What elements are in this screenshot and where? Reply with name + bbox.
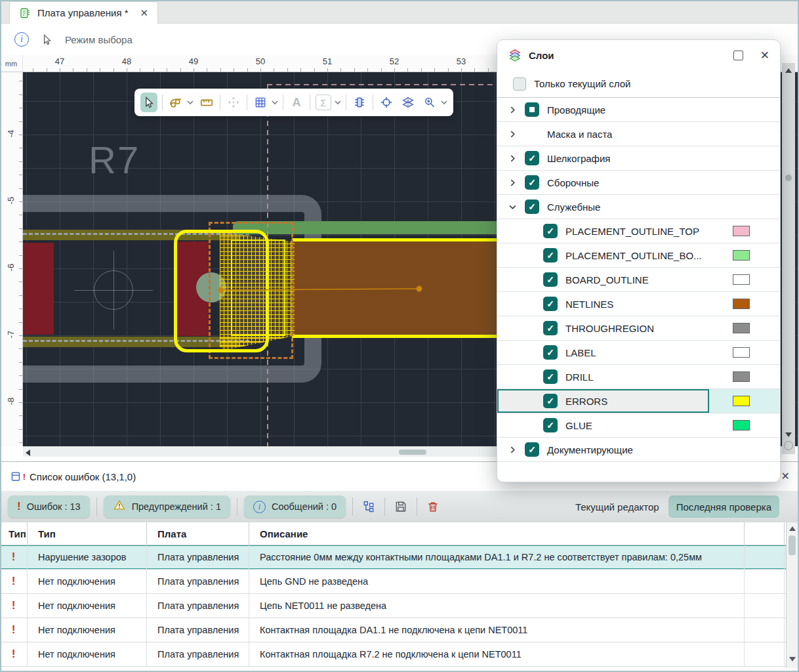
layer-color-swatch[interactable] — [733, 274, 750, 285]
layer-checkbox[interactable]: ✓ — [525, 175, 539, 190]
column-header[interactable] — [745, 522, 785, 545]
only-current-layer-row[interactable]: Только текущий слой — [497, 70, 780, 98]
layer-row[interactable]: ✓PLACEMENT_OUTLINE_TOP — [497, 219, 780, 243]
layer-checkbox[interactable]: ✓ — [543, 394, 558, 408]
route-dropdown-chevron[interactable] — [187, 100, 194, 105]
column-header[interactable]: Плата — [147, 522, 249, 545]
layer-group-row[interactable]: Проводящие — [497, 98, 780, 122]
layer-color-swatch[interactable] — [733, 226, 750, 236]
horizontal-scroll-thumb[interactable] — [399, 450, 426, 455]
column-header[interactable]: Описание — [249, 522, 745, 545]
layer-group-row[interactable]: Маска и паста — [497, 122, 780, 146]
error-table-scrollbar[interactable] — [786, 522, 798, 668]
filter-info-button[interactable]: iСообщений : 0 — [244, 495, 346, 518]
column-header[interactable]: Тип — [28, 522, 147, 545]
layer-group-row[interactable]: ✓Служебные — [497, 195, 780, 219]
error-row[interactable]: !Нарушение зазоровПлата управленияРассто… — [0, 545, 799, 570]
source-current-editor[interactable]: Текущий редактор — [575, 501, 659, 513]
layer-checkbox[interactable]: ✓ — [543, 297, 558, 311]
error-row[interactable]: !Нет подключенияПлата управленияЦепь NET… — [0, 594, 799, 618]
flip-layers-button[interactable] — [400, 93, 417, 112]
close-icon[interactable]: ✕ — [760, 49, 769, 62]
layer-checkbox[interactable]: ✓ — [543, 272, 558, 287]
layer-color-swatch[interactable] — [733, 371, 750, 382]
layer-checkbox[interactable]: ✓ — [543, 369, 558, 384]
layer-color-swatch[interactable] — [733, 347, 750, 358]
error-row[interactable]: !Нет подключенияПлата управленияЦепь GND… — [0, 570, 799, 594]
layer-checkbox[interactable]: ✓ — [543, 345, 558, 360]
scroll-extra-button[interactable] — [784, 441, 793, 450]
chevron-down-icon[interactable] — [508, 203, 517, 211]
chevron-right-icon[interactable] — [508, 155, 517, 162]
layer-row[interactable]: ✓THROUGHREGION — [497, 316, 780, 341]
error-row[interactable]: !Нет подключенияПлата управленияКонтактн… — [0, 642, 799, 667]
scroll-down-icon[interactable] — [789, 657, 796, 662]
error-row[interactable]: !Нет подключенияПлата управленияКонтактн… — [0, 618, 799, 642]
only-current-layer-checkbox[interactable] — [513, 77, 526, 91]
layer-checkbox[interactable]: ✓ — [543, 224, 558, 238]
layer-row[interactable]: ✓ERRORS — [497, 389, 780, 413]
group-tree-button[interactable] — [359, 497, 378, 516]
chevron-right-icon[interactable] — [508, 131, 517, 138]
table-scroll-thumb[interactable] — [789, 536, 796, 555]
zoom-dropdown-chevron[interactable] — [441, 100, 447, 105]
layer-group-row[interactable]: ✓Шелкография — [497, 146, 780, 171]
layer-color-swatch[interactable] — [733, 396, 750, 406]
layer-color-swatch[interactable] — [733, 323, 750, 333]
scroll-left-icon[interactable] — [26, 450, 30, 456]
layers-panel: Слои ✕ Только текущий слой ПроводящиеМас… — [497, 39, 781, 482]
scroll-down-icon[interactable] — [785, 432, 792, 437]
vertical-scroll-thumb[interactable] — [785, 175, 792, 181]
save-report-button[interactable] — [392, 497, 410, 516]
layer-row[interactable]: ✓GLUE — [497, 413, 780, 438]
zoom-tool-button[interactable] — [421, 93, 438, 112]
layer-checkbox[interactable]: ✓ — [543, 321, 558, 335]
scroll-up-icon[interactable] — [785, 68, 792, 73]
clear-errors-button[interactable] — [424, 497, 442, 516]
grid-tool-button[interactable] — [252, 93, 269, 112]
route-tool-button[interactable] — [167, 93, 184, 112]
vertical-scrollbar[interactable] — [782, 63, 795, 454]
layer-group-row[interactable]: ✓Сборочные — [497, 171, 780, 195]
filter-error-button[interactable]: !Ошибок : 13 — [8, 495, 90, 518]
layer-group-label: Шелкография — [547, 153, 610, 164]
scroll-up-icon[interactable] — [789, 526, 796, 531]
layer-color-swatch[interactable] — [733, 420, 750, 430]
center-view-button[interactable] — [378, 93, 395, 112]
chevron-right-icon[interactable] — [508, 106, 517, 114]
layer-checkbox[interactable]: ✓ — [543, 418, 558, 432]
layer-checkbox[interactable] — [525, 102, 539, 117]
layer-row[interactable]: ✓NETLINES — [497, 292, 780, 316]
layer-color-swatch[interactable] — [733, 250, 750, 261]
text-tool-button[interactable]: A — [288, 93, 305, 112]
layer-row[interactable]: ✓BOARD_OUTLINE — [497, 268, 780, 292]
chevron-right-icon[interactable] — [508, 446, 517, 453]
layer-checkbox[interactable]: ✓ — [543, 248, 558, 262]
source-last-check-button[interactable]: Последняя проверка — [668, 495, 779, 518]
grid-dropdown-chevron[interactable] — [272, 100, 278, 105]
layer-checkbox[interactable]: ✓ — [525, 200, 539, 214]
maximize-icon[interactable] — [733, 51, 743, 60]
layer-checkbox[interactable] — [525, 127, 539, 141]
layer-color-swatch[interactable] — [733, 299, 750, 309]
measure-tool-button[interactable] — [198, 93, 215, 112]
move-tool-button[interactable] — [225, 93, 242, 112]
layer-checkbox[interactable]: ✓ — [525, 151, 539, 165]
layer-group-row[interactable]: ✓Документирующие — [497, 438, 780, 462]
tab-close-icon[interactable]: ✕ — [140, 7, 149, 19]
formula-dropdown-chevron[interactable] — [335, 100, 341, 105]
filter-warning-button[interactable]: Предупреждений : 1 — [104, 495, 230, 518]
info-icon[interactable]: i — [14, 32, 29, 47]
tab-board-editor[interactable]: Плата управления * ✕ — [9, 1, 158, 24]
layers-panel-header[interactable]: Слои ✕ — [497, 40, 780, 70]
select-tool-button[interactable] — [140, 93, 157, 112]
column-header[interactable]: Тип — [0, 522, 28, 545]
panel-close-icon[interactable]: ✕ — [781, 470, 790, 482]
layer-row[interactable]: ✓LABEL — [497, 341, 780, 365]
component-tool-button[interactable] — [351, 93, 368, 112]
formula-tool-button[interactable]: Σ — [315, 93, 332, 112]
layer-checkbox[interactable]: ✓ — [525, 442, 539, 457]
layer-row[interactable]: ✓DRILL — [497, 365, 780, 389]
layer-row[interactable]: ✓PLACEMENT_OUTLINE_BO... — [497, 243, 780, 268]
chevron-right-icon[interactable] — [508, 179, 517, 186]
